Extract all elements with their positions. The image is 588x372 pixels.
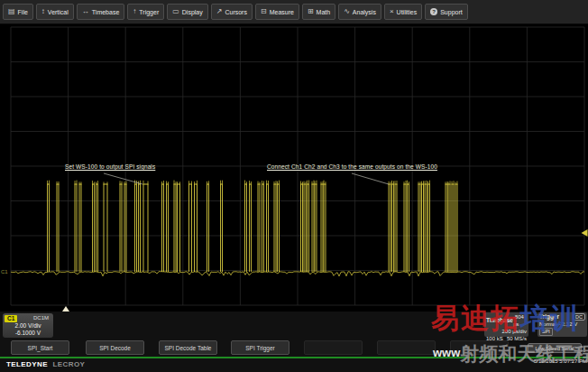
annotation-leader-line <box>352 173 389 184</box>
menu-item-label: Display <box>182 9 203 15</box>
menu-item-label: Utilities <box>397 9 418 15</box>
channel-coupling: DC1M <box>33 315 49 321</box>
menu-item-file[interactable]: ▤File <box>3 4 33 20</box>
timebase-scale: 200 µs/div <box>502 328 527 335</box>
menu-item-timebase[interactable]: ↔Timebase <box>77 4 124 20</box>
softkey-spi-decode-table[interactable]: SPI Decode Table <box>159 340 217 355</box>
measure-icon: ⊟ <box>261 8 267 15</box>
channel-scale: 2.00 V/div <box>3 322 53 329</box>
trigger-title: Trigger <box>539 313 559 321</box>
trigger-mode-level: Normal-- 2.12 V <box>539 321 577 328</box>
trigger-icon: ↑ <box>133 8 136 15</box>
menu-item-analysis[interactable]: ∿Analysis <box>338 4 381 20</box>
brand-lecroy: LECROY <box>53 360 86 368</box>
file-icon: ▤ <box>8 8 15 15</box>
menu-item-math[interactable]: ⊞Math <box>302 4 335 20</box>
channel-grid-label: C1 <box>1 269 8 274</box>
separator-line <box>0 357 588 358</box>
vertical-icon: ↕ <box>41 8 45 15</box>
menu-item-label: Cursors <box>225 9 247 15</box>
brand-logo: TELEDYNE LECROY <box>6 360 85 368</box>
trigger-type: SPI <box>539 328 553 336</box>
menu-item-measure[interactable]: ⊟Measure <box>255 4 299 20</box>
bottom-panel: C1 DC1M 2.00 V/div -6.1000 V Timebase -8… <box>0 312 588 372</box>
support-icon: ? <box>430 8 437 15</box>
menu-item-label: Math <box>317 9 331 15</box>
analysis-icon: ∿ <box>344 8 350 15</box>
low-speed-serial-badge[interactable]: Low Speed Serial <box>528 343 582 353</box>
channel-descriptor-c1[interactable]: C1 DC1M 2.00 V/div -6.1000 V <box>3 313 53 338</box>
menu-item-utilities[interactable]: ×Utilities <box>384 4 422 20</box>
menu-item-label: Measure <box>270 9 294 15</box>
channel-badge: C1 <box>5 315 17 322</box>
menu-item-vertical[interactable]: ↕Vertical <box>36 4 74 20</box>
timebase-icon: ↔ <box>82 8 89 15</box>
menu-item-label: Timebase <box>92 9 119 15</box>
softkey-spi-trigger[interactable]: SPI Trigger <box>231 340 289 355</box>
math-icon: ⊞ <box>308 8 314 15</box>
timebase-delay: -804 µs <box>513 313 527 328</box>
softkey-empty-slot <box>304 340 363 355</box>
display-icon: ▭ <box>172 8 179 15</box>
trigger-descriptor[interactable]: Trigger DC Normal-- 2.12 V SPI <box>537 312 587 337</box>
softkey-spi-start[interactable]: SPI_Start <box>11 340 69 355</box>
softkey-spi-decode[interactable]: SPI Decode <box>86 340 144 355</box>
oscilloscope-app: ▤File↕Vertical↔Timebase↑Trigger▭Display↗… <box>0 0 588 372</box>
menu-item-support[interactable]: ?Support <box>425 4 468 20</box>
menu-item-label: Trigger <box>139 9 159 15</box>
menu-item-label: Vertical <box>48 9 69 15</box>
trigger-coupling-badge: DC <box>573 313 585 321</box>
annotation-connect-channels: Connect Ch1 Ch2 and Ch3 to the same outp… <box>267 163 437 170</box>
menu-item-trigger[interactable]: ↑Trigger <box>127 4 164 20</box>
menu-item-display[interactable]: ▭Display <box>167 4 208 20</box>
timebase-title: Timebase <box>486 317 513 324</box>
utilities-icon: × <box>390 8 394 15</box>
timebase-descriptor[interactable]: Timebase -804 µs 200 µs/div 100 kS 50 MS… <box>484 312 528 337</box>
menu-item-cursors[interactable]: ↗Cursors <box>211 4 253 20</box>
annotation-set-ws100: Set WS-100 to output SPI signals <box>65 163 155 170</box>
brand-teledyne: TELEDYNE <box>6 360 48 368</box>
channel-offset: -6.1000 V <box>3 330 53 336</box>
softkey-empty-slot <box>450 340 509 355</box>
menu-item-label: File <box>18 9 28 15</box>
timestamp: 5/12/2015 5:07:27 PM <box>534 358 587 364</box>
menu-item-label: Support <box>440 9 463 15</box>
annotation-leader-line <box>104 173 142 184</box>
softkey-empty-slot <box>377 340 436 355</box>
timebase-rate: 50 MS/s <box>507 335 527 342</box>
menu-item-label: Analysis <box>353 9 376 15</box>
cursors-icon: ↗ <box>216 8 223 15</box>
menu-bar: ▤File↕Vertical↔Timebase↑Trigger▭Display↗… <box>0 0 588 24</box>
